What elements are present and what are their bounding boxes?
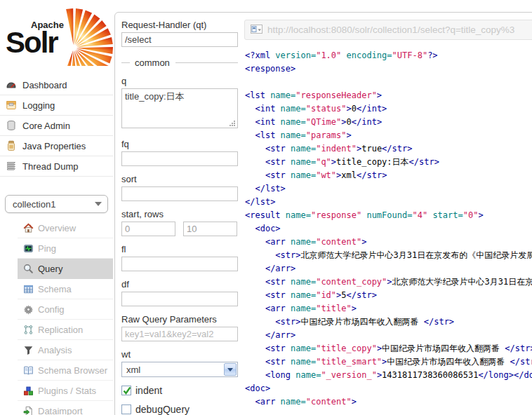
select-arrow-button[interactable] <box>224 363 237 376</box>
nav-item-label: Thread Dump <box>22 161 78 172</box>
sidebar: Apache Solr DashboardLoggingCore AdminJa… <box>0 0 113 415</box>
dashboard-icon <box>6 79 17 90</box>
result-pane: http://localhost:8080/solr/collection1/s… <box>244 20 532 415</box>
nav-item-label: Analysis <box>38 345 72 355</box>
start-rows-label: start, rows <box>121 209 238 219</box>
nav-item-label: Java Properties <box>22 141 86 151</box>
chevron-down-icon <box>227 368 233 372</box>
check-icon <box>122 386 132 395</box>
ping-icon <box>23 243 34 254</box>
resize-grip-icon[interactable] <box>234 125 235 126</box>
core-item-replication[interactable]: Replication <box>18 320 113 340</box>
response-url-text: http://localhost:8080/solr/collection1/s… <box>267 25 514 35</box>
wt-select[interactable]: xml <box>121 362 238 377</box>
core-item-plugins-stats[interactable]: Plugins / Stats <box>18 381 113 401</box>
chevron-down-icon <box>95 202 102 206</box>
raw-query-params-label: Raw Query Parameters <box>121 314 238 325</box>
common-section-label: common <box>135 57 170 68</box>
query-form: Request-Handler (qt) common q title_copy… <box>121 17 238 415</box>
logo-solr-text: Solr <box>6 26 58 60</box>
core-admin-icon <box>6 120 17 131</box>
df-label: df <box>121 279 238 290</box>
fl-input[interactable] <box>121 257 238 271</box>
sort-label: sort <box>121 174 238 184</box>
qt-label: Request-Handler (qt) <box>121 20 238 30</box>
core-item-dataimport[interactable]: Dataimport <box>18 401 113 415</box>
raw-query-params-input[interactable] <box>121 327 238 341</box>
indent-checkbox[interactable] <box>121 386 131 395</box>
nav-item-label: Core Admin <box>22 121 70 131</box>
fq-label: fq <box>121 139 238 149</box>
schema-browser-icon <box>23 365 34 376</box>
core-item-query[interactable]: Query <box>18 259 113 279</box>
core-selector-dropdown[interactable]: collection1 <box>5 195 108 213</box>
solr-sunburst-icon <box>56 7 115 66</box>
nav-item-label: Logging <box>22 100 55 111</box>
indent-label: indent <box>135 385 162 396</box>
qt-input[interactable] <box>121 32 238 47</box>
overview-icon <box>23 223 34 233</box>
debugquery-label: debugQuery <box>135 404 189 415</box>
sort-input[interactable] <box>121 186 238 201</box>
sidebar-item-java-properties[interactable]: Java Properties <box>0 136 113 156</box>
config-icon <box>23 304 34 315</box>
thread-dump-icon <box>6 161 17 172</box>
solr-logo: Apache Solr <box>4 7 111 70</box>
fq-input[interactable] <box>121 151 238 166</box>
core-selector-value: collection1 <box>13 199 55 210</box>
plugins-stats-icon <box>23 386 34 396</box>
core-item-analysis[interactable]: Analysis <box>18 340 113 360</box>
common-section-legend[interactable]: common <box>121 57 238 68</box>
wt-label: wt <box>121 349 238 360</box>
fl-label: fl <box>121 244 238 254</box>
main-nav: DashboardLoggingCore AdminJava Propertie… <box>0 75 113 177</box>
content-panel: Request-Handler (qt) common q title_copy… <box>114 12 532 415</box>
debugquery-checkbox[interactable] <box>121 404 131 414</box>
df-input[interactable] <box>121 292 238 306</box>
replication-icon <box>23 325 34 335</box>
core-item-schema-browser[interactable]: Schema Browser <box>18 360 113 381</box>
core-item-overview[interactable]: Overview <box>18 218 113 238</box>
start-input[interactable] <box>121 222 175 236</box>
legend-line <box>175 62 238 63</box>
core-item-ping[interactable]: Ping <box>18 238 113 259</box>
sidebar-item-logging[interactable]: Logging <box>0 95 113 116</box>
nav-item-label: Replication <box>38 325 83 335</box>
nav-item-label: Ping <box>38 243 56 254</box>
java-properties-icon <box>6 140 17 151</box>
q-label: q <box>121 76 238 86</box>
sidebar-item-dashboard[interactable]: Dashboard <box>0 75 113 95</box>
sidebar-item-thread-dump[interactable]: Thread Dump <box>0 156 113 177</box>
nav-item-label: Query <box>38 264 62 274</box>
nav-item-label: Dataimport <box>38 406 83 415</box>
logging-icon <box>6 100 17 111</box>
query-icon <box>23 264 34 274</box>
core-nav: OverviewPingQuerySchemaConfigReplication… <box>0 218 113 415</box>
response-url-link[interactable]: http://localhost:8080/solr/collection1/s… <box>244 20 532 40</box>
nav-item-label: Plugins / Stats <box>38 386 96 396</box>
nav-item-label: Overview <box>38 223 76 233</box>
q-input[interactable]: title_copy:日本 <box>121 88 238 128</box>
xml-response: <?xml version="1.0" encoding="UTF-8"?> <… <box>245 49 532 409</box>
url-icon <box>251 25 262 36</box>
core-item-config[interactable]: Config <box>18 299 113 320</box>
nav-item-label: Schema Browser <box>38 365 107 376</box>
analysis-icon <box>23 345 34 355</box>
schema-icon <box>23 284 34 294</box>
nav-item-label: Dashboard <box>22 80 67 90</box>
nav-item-label: Schema <box>38 284 72 294</box>
rows-input[interactable] <box>183 222 237 236</box>
legend-dash <box>121 62 130 63</box>
nav-item-label: Config <box>38 304 65 315</box>
dataimport-icon <box>23 406 34 415</box>
wt-select-value: xml <box>126 365 140 375</box>
sidebar-item-core-admin[interactable]: Core Admin <box>0 116 113 136</box>
core-item-schema[interactable]: Schema <box>18 279 113 299</box>
